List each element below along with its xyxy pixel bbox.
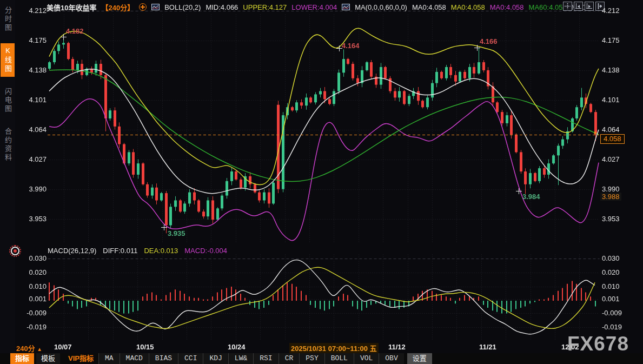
price-label-left: 3.990: [18, 185, 47, 193]
trading-terminal: 分时图K线图闪电图合约资料 美债10年收益率 【240分】 BOLL(20,2)…: [0, 0, 643, 364]
macd-label-right: 0.030: [602, 254, 620, 262]
macd-label-right: 0.010: [602, 282, 620, 290]
time-tick: 11/21: [479, 343, 496, 351]
toolbar-button-cci[interactable]: CCI: [178, 353, 203, 364]
price-label-right: 3.990: [602, 185, 620, 193]
macd-header: MACD(26,12,9)DIFF:0.011DEA:0.013MACD:-0.…: [48, 247, 227, 255]
price-label-left: 4.064: [18, 125, 47, 134]
circle-plus-icon[interactable]: [139, 3, 147, 11]
crosshair-mark-icon: [61, 34, 67, 40]
indicator-readout-2: BOLL(20,2): [164, 3, 201, 11]
macd-label-left: -0.019: [18, 323, 47, 331]
last-price-badge: 4.058: [600, 134, 625, 144]
target-icon: [11, 247, 19, 255]
symbol-title: 美债10年收益率: [47, 2, 96, 12]
indicator-tab[interactable]: 指标: [10, 353, 34, 364]
indicator-readout-4: UPPER:4.127: [243, 3, 287, 11]
indicator-readout-8: MA0:4.058: [412, 3, 446, 11]
price-label-left: 4.101: [18, 96, 47, 104]
macd-readout-3: MACD:-0.004: [184, 247, 227, 255]
toolbar-button-vol[interactable]: VOL: [354, 353, 379, 364]
price-label-right: 4.027: [602, 155, 620, 163]
vip-indicator-tab[interactable]: VIP指标: [63, 353, 98, 364]
chart-canvas[interactable]: [0, 0, 643, 364]
price-annotation: 3.984: [522, 193, 540, 201]
price-label-right: 4.101: [602, 96, 620, 104]
toolbar-button-boll[interactable]: BOLL: [324, 353, 354, 364]
move-crosshair-icon[interactable]: [563, 2, 572, 11]
price-label-left: 3.953: [18, 215, 47, 223]
macd-label-left: 0.001: [18, 295, 47, 303]
price-annotation: 3.935: [168, 229, 185, 237]
last-price-marker-icon: ▲: [593, 129, 598, 135]
crosshair-mark-icon: [474, 45, 480, 51]
interval-tag: 【240分】: [101, 2, 134, 12]
toolbar-button-bias[interactable]: BIAS: [149, 353, 178, 364]
time-axis: 240分 ▲ 10/0710/1510/242025/10/31 07:00~1…: [0, 342, 643, 353]
toolbar-button-rsi[interactable]: RSI: [253, 353, 278, 364]
macd-label-left: 0.010: [18, 282, 47, 290]
macd-label-right: -0.009: [602, 309, 622, 317]
macd-label-left: 0.020: [18, 268, 47, 276]
indicator-readout-9: MA0:4.058: [451, 3, 485, 11]
indicator-readout-3: MID:4.066: [206, 3, 238, 11]
reference-price-badge: 3.988: [600, 193, 621, 201]
crosshair-mark-icon: [516, 188, 522, 194]
mini-chart-icon: [151, 4, 160, 10]
price-label-left: 4.175: [18, 36, 47, 44]
settings-button[interactable]: 设置: [407, 353, 432, 364]
tab-contract-info[interactable]: 合约资料: [1, 124, 15, 166]
time-tick: 10/15: [136, 343, 154, 351]
tab-flash-chart[interactable]: 闪电图: [1, 84, 15, 117]
watermark: FX678: [567, 333, 629, 355]
time-tick: 10/24: [228, 343, 246, 351]
crosshair-mark-icon: [336, 45, 342, 51]
time-tick: 10/07: [54, 343, 72, 351]
toolbar-button-macd[interactable]: MACD: [120, 353, 149, 364]
indicator-readout-5: LOWER:4.004: [291, 3, 337, 11]
macd-readout-2: DEA:0.013: [144, 247, 178, 255]
toolbar-button-kdj[interactable]: KDJ: [203, 353, 228, 364]
interval-label-text: 240分: [16, 345, 35, 353]
toolbar-button-psy[interactable]: PSY: [299, 353, 324, 364]
tab-kline-chart[interactable]: K线图: [1, 43, 15, 77]
toolbar-button-lw[interactable]: LW&: [228, 353, 253, 364]
price-label-right: 4.138: [602, 66, 620, 74]
price-label-right: 4.175: [602, 36, 620, 44]
mini-chart-icon: [342, 4, 350, 10]
price-label-left: 4.138: [18, 66, 47, 74]
macd-label-left: -0.009: [18, 309, 47, 317]
macd-readout-1: DIFF:0.011: [103, 247, 137, 255]
macd-readout-0: MACD(26,12,9): [48, 247, 96, 255]
price-label-left: 4.212: [18, 6, 47, 15]
tab-minute-chart[interactable]: 分时图: [1, 3, 15, 36]
toolbar-button-obv[interactable]: OBV: [379, 353, 403, 364]
macd-label-right: -0.019: [602, 323, 622, 331]
template-tab[interactable]: 模板: [36, 353, 60, 364]
toolbar-button-ma[interactable]: MA: [98, 353, 120, 364]
price-annotation: 4.182: [66, 27, 84, 35]
window-icons: [563, 2, 605, 11]
price-label-left: 4.027: [18, 155, 47, 163]
sidebar: 分时图K线图闪电图合约资料: [0, 0, 15, 353]
price-label-right: 3.953: [602, 215, 620, 223]
chart-header: 美债10年收益率 【240分】 BOLL(20,2)MID:4.066UPPER…: [47, 2, 588, 12]
indicator-readout-10: MA0:4.058: [490, 3, 524, 11]
crosshair-mark-icon: [161, 224, 167, 230]
macd-label-left: 0.030: [18, 254, 47, 262]
macd-label-right: 0.020: [602, 268, 620, 276]
time-tick: 11/12: [388, 343, 406, 351]
axis-zoom-right-icon[interactable]: [585, 2, 594, 11]
axis-zoom-left-icon[interactable]: [574, 2, 583, 11]
price-annotation: 4.166: [480, 37, 498, 45]
crosshair-date-label: 2025/10/31 07:00~11:00 五: [289, 343, 379, 353]
indicator-readout-11: MA60:4.057: [529, 3, 567, 11]
bottom-toolbar: 指标模板VIP指标MAMACDBIASCCIKDJLW&RSICRPSYBOLL…: [0, 353, 643, 364]
toolbar-button-cr[interactable]: CR: [279, 353, 300, 364]
price-label-right: 4.064: [602, 125, 620, 134]
indicator-readout-7: MA(0,0,0,60,0,0): [355, 3, 407, 11]
interval-label[interactable]: 240分 ▲: [16, 343, 42, 353]
price-annotation: 4.164: [342, 42, 360, 50]
chevron-up-icon: ▲: [37, 346, 42, 352]
price-label-right: 4.212: [602, 6, 620, 15]
